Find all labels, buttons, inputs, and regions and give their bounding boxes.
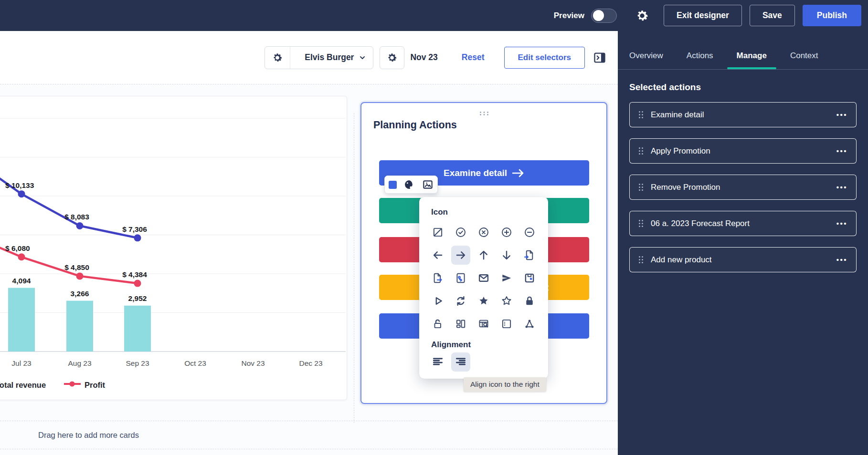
exit-designer-button[interactable]: Exit designer [664,5,742,26]
doc-export-icon[interactable] [428,269,447,288]
action-label: Apply Promotion [651,146,710,156]
doc-share-icon[interactable] [451,269,470,288]
arrow-down-icon[interactable] [497,246,516,265]
chevron-down-icon [359,54,366,62]
action-label: Examine detail [651,110,704,120]
svg-text:Profit: Profit [85,381,106,389]
svg-text:4,094: 4,094 [12,277,31,285]
arrow-up-icon[interactable] [474,246,493,265]
action-menu-icon[interactable]: ••• [836,113,847,117]
svg-text:$ 4,384: $ 4,384 [122,270,147,279]
date-filter-value[interactable]: Nov 23 [410,52,437,62]
card-drag-handle-icon[interactable] [479,109,489,118]
reset-link[interactable]: Reset [462,52,485,62]
play-icon[interactable] [428,291,447,310]
action-menu-icon[interactable]: ••• [836,185,847,190]
drag-handle-icon[interactable] [638,183,644,191]
preview-toggle-group: Preview [554,9,617,23]
save-icon[interactable] [520,269,539,288]
color-swatch[interactable] [389,181,397,189]
action-menu-icon[interactable]: ••• [836,258,847,262]
mail-icon[interactable] [474,269,493,288]
collapse-panel-icon[interactable] [593,51,606,64]
image-icon[interactable] [422,178,434,191]
tab-context[interactable]: Context [790,51,818,69]
none-square-icon[interactable] [428,223,447,242]
dashboard-canvas: 4,0943,2662,952$ 10,133$ 8,083$ 7,306$ 6… [0,84,618,455]
selected-action-row[interactable]: 06 a. 2023 Forecast Report••• [629,211,857,236]
action-menu-icon[interactable]: ••• [836,221,847,226]
plus-circle-icon[interactable] [497,223,516,242]
selected-action-row[interactable]: Remove Promotion••• [629,175,857,200]
svg-text:$ 8,083: $ 8,083 [64,213,89,221]
drag-handle-icon[interactable] [638,111,644,119]
arrow-right-icon [512,168,525,178]
tab-actions[interactable]: Actions [687,51,713,69]
tab-overview[interactable]: Overview [629,51,663,69]
grid-divider [354,113,354,423]
lock-open-icon[interactable] [428,314,447,333]
button-label: Examine detail [444,168,507,178]
filter-bar: Elvis Burger Nov 23 Reset Edit selectors [0,31,618,84]
palette-icon[interactable] [403,178,415,191]
minus-circle-icon[interactable] [520,223,539,242]
action-label: Remove Promotion [651,183,720,192]
drag-handle-icon[interactable] [638,147,644,155]
panel-tabs: Overview Actions Manage Context [618,30,868,70]
toggle-knob [593,10,604,21]
chart-legend: Total revenueProfit [0,381,106,389]
card-dropzone[interactable]: Drag here to add more cards [0,421,618,449]
align-icon-right[interactable] [451,352,470,372]
arrow-right-icon[interactable] [451,246,470,265]
share-nodes-icon[interactable] [520,314,539,333]
revenue-chart-card[interactable]: 4,0943,2662,952$ 10,133$ 8,083$ 7,306$ 6… [0,96,347,400]
selected-action-row[interactable]: Examine detail••• [629,102,857,127]
send-icon[interactable] [497,269,516,288]
selected-action-row[interactable]: Apply Promotion••• [629,138,857,164]
layout-blocks-icon[interactable] [451,314,470,333]
lock-icon[interactable] [520,291,539,310]
svg-text:Nov 23: Nov 23 [241,359,265,367]
card-title: Planning Actions [373,119,457,131]
star-filled-icon[interactable] [474,291,493,310]
line-series-0: $ 10,133$ 8,083$ 7,306 [0,162,147,241]
publish-button[interactable]: Publish [803,5,861,26]
selected-action-row[interactable]: Add new product••• [629,247,857,272]
x-circle-icon[interactable] [474,223,493,242]
icon-grid [426,221,541,335]
svg-text:3,266: 3,266 [71,290,89,298]
svg-text:Oct 23: Oct 23 [184,359,206,367]
detail-list-icon[interactable] [497,314,516,333]
preview-toggle[interactable] [591,9,617,23]
doc-import-icon[interactable] [520,246,539,265]
page-filter-selector: Elvis Burger [265,46,373,69]
action-label: Add new product [651,255,712,265]
tab-manage[interactable]: Manage [737,51,767,69]
filter-value-dropdown[interactable]: Elvis Burger [290,47,373,69]
svg-text:Sep 23: Sep 23 [126,359,149,367]
save-button[interactable]: Save [750,5,795,26]
align-icon-left[interactable] [428,352,447,372]
star-outline-icon[interactable] [497,291,516,310]
dropzone-label: Drag here to add more cards [38,431,139,440]
check-circle-icon[interactable] [451,223,470,242]
icon-picker-title: Icon [431,207,541,217]
top-navbar: Preview Exit designer Save Publish [0,0,868,31]
edit-selectors-button[interactable]: Edit selectors [504,47,585,69]
settings-gear-icon[interactable] [635,9,649,23]
drag-handle-icon[interactable] [638,219,644,228]
bar-series: 4,0943,2662,952 [8,277,151,352]
svg-text:Dec 23: Dec 23 [299,359,322,367]
arrow-left-icon[interactable] [428,246,447,265]
action-menu-icon[interactable]: ••• [836,149,847,154]
filter-gear-icon[interactable] [265,47,290,69]
svg-text:Jul 23: Jul 23 [11,359,31,367]
svg-text:$ 4,850: $ 4,850 [64,263,89,271]
card-configuration-panel: Card configuration Overview Actions Mana… [618,0,868,455]
date-filter-gear-icon[interactable] [380,46,404,69]
svg-text:2,952: 2,952 [128,294,147,302]
alignment-options [426,352,541,372]
drag-handle-icon[interactable] [638,256,644,264]
sync-icon[interactable] [451,291,470,310]
table-search-icon[interactable] [474,314,493,333]
